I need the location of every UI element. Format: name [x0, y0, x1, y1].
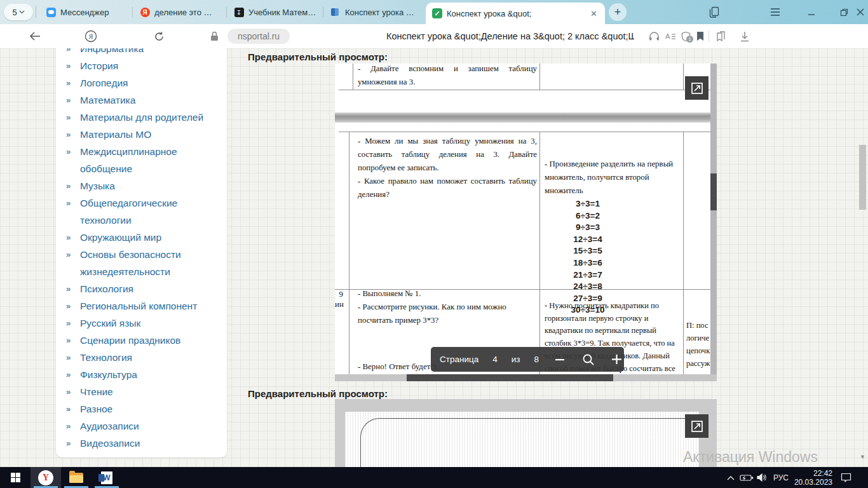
minimize-window-icon[interactable]	[801, 0, 822, 24]
subjects-sidebar: »Информатика »История »Логопедия »Матема…	[56, 48, 227, 458]
translate-icon[interactable]: А	[662, 24, 679, 48]
taskbar-yandex-browser[interactable]: Y	[31, 467, 61, 488]
page-content: »Информатика »История »Логопедия »Матема…	[0, 48, 868, 467]
protect-shield-icon[interactable]: 1	[677, 24, 694, 48]
doc-cell-tasks: - Выполняем № 1. - Рассмотрите рисунки. …	[358, 287, 539, 327]
bullet-icon: »	[66, 229, 71, 246]
sidebar-item[interactable]: »Сценарии праздников	[65, 332, 218, 349]
sidebar-item[interactable]: »История	[65, 57, 218, 74]
sidebar-item[interactable]: »Музыка	[65, 177, 218, 194]
tab-active-lesson-plan[interactable]: ✓ Конспект урока &quot; ✕	[426, 3, 605, 24]
doc-cell-time: 9 ин	[335, 289, 343, 309]
open-fullscreen-button[interactable]	[685, 76, 709, 100]
tab-yandex-search[interactable]: Я деление это — Яндекс: на	[133, 0, 226, 24]
close-tab-icon[interactable]: ✕	[589, 9, 599, 18]
zoom-in-icon[interactable]	[609, 352, 624, 367]
division-table: 3÷3=1 6÷3=2 9÷3=3 12÷3=4 15÷3=5 18÷3=6 2…	[550, 198, 626, 316]
sidebar-item[interactable]: »Окружающий мир	[65, 229, 218, 246]
total-pages: 8	[534, 355, 539, 364]
sidebar-item[interactable]: »Междисциплинарное обобщение	[65, 143, 218, 177]
new-tab-button[interactable]: +	[609, 3, 627, 21]
volume-icon[interactable]	[755, 467, 769, 488]
bullet-icon: »	[66, 280, 71, 297]
menu-icon[interactable]	[764, 0, 786, 24]
scrollbar-thumb[interactable]	[710, 173, 717, 210]
taskbar-file-explorer[interactable]	[61, 467, 92, 488]
sidebar-item[interactable]: »Информатика	[65, 48, 218, 57]
clock[interactable]: 22:42 20.03.2023	[793, 467, 832, 488]
sidebar-item[interactable]: »Чтение	[65, 383, 218, 400]
sidebar-item[interactable]: »Региональный компонент	[65, 297, 218, 315]
headphones-icon[interactable]	[646, 24, 662, 48]
sidebar-item[interactable]: »Русский язык	[65, 315, 218, 332]
sidebar-item[interactable]: »Материалы для родителей	[65, 109, 218, 126]
action-center-icon[interactable]	[837, 467, 854, 488]
divider	[36, 6, 36, 18]
page-control-bar: Страница 4 из 8	[431, 347, 624, 372]
doc-cell-uud: П: пос логиче цепочк рассуж	[686, 319, 710, 370]
download-icon[interactable]	[736, 24, 754, 48]
book-icon	[330, 7, 341, 17]
yandex-button-icon[interactable]: Я	[81, 24, 100, 48]
sidebar-item[interactable]: »Видеозаписи	[65, 435, 218, 452]
scroll-down-arrow-icon[interactable]: ▼	[859, 452, 866, 461]
sidebar-item[interactable]: »Разное	[65, 400, 218, 417]
sidebar-item[interactable]: »Технология	[65, 349, 218, 366]
doc-cell-rule: - Произведение разделить на первый множи…	[545, 158, 681, 198]
certificate-page	[345, 412, 699, 467]
sidebar-item[interactable]: »Материалы МО	[65, 126, 218, 143]
division-equation: 18÷3=6	[550, 257, 626, 269]
scrollbar-thumb[interactable]	[407, 374, 613, 381]
sidebar-item[interactable]: »Общепедагогические технологии	[65, 194, 218, 229]
tray-expand-icon[interactable]	[724, 467, 737, 488]
sidebar-item[interactable]: »Основы безопасности жизнедеятельности	[65, 246, 218, 280]
language-indicator[interactable]: РУС	[771, 467, 790, 488]
chevron-down-icon	[19, 10, 25, 14]
current-page[interactable]: 4	[492, 355, 498, 364]
bullet-icon: »	[66, 383, 71, 400]
lock-icon[interactable]	[207, 24, 221, 48]
divider	[708, 24, 709, 48]
restore-window-icon[interactable]	[833, 0, 855, 24]
tab-messenger[interactable]: Мессенджер	[39, 0, 132, 24]
word-icon: W	[101, 471, 112, 484]
magnifier-icon[interactable]	[581, 352, 596, 367]
taskbar-word[interactable]: W	[92, 467, 122, 488]
division-equation: 12÷3=4	[550, 234, 626, 246]
url-domain[interactable]: nsportal.ru	[227, 29, 290, 44]
start-button[interactable]	[0, 467, 31, 488]
collections-icon[interactable]	[712, 24, 729, 48]
preview-horizontal-scrollbar[interactable]	[335, 374, 717, 381]
battery-icon[interactable]	[738, 467, 755, 488]
page-scrollbar-thumb[interactable]	[859, 145, 866, 210]
document-preview-frame: - Давайте вспомним и запишем таблицу умн…	[335, 64, 717, 381]
preview-vertical-scrollbar[interactable]	[710, 64, 717, 374]
tab-lesson-plan[interactable]: Конспект урока по теме	[324, 0, 424, 24]
sidebar-item[interactable]: »Физкультура	[65, 366, 218, 383]
back-icon[interactable]	[25, 24, 44, 48]
page-break	[335, 112, 717, 123]
bookmarks-panel-icon[interactable]	[704, 0, 726, 24]
divider	[323, 7, 323, 17]
divider	[132, 7, 133, 17]
page-label: Страница	[440, 355, 478, 364]
zoom-out-icon[interactable]	[553, 352, 567, 367]
reload-icon[interactable]	[149, 24, 168, 48]
bullet-icon: »	[66, 109, 71, 126]
tab-label: Учебник Математика 2 кл	[248, 8, 316, 17]
sidebar-item[interactable]: »Аудиозаписи	[65, 417, 218, 435]
address-page-title[interactable]: Конспект урока &quot;Деление на 3&quot; …	[386, 24, 634, 48]
bullet-icon: »	[66, 74, 71, 92]
time: 22:42	[813, 469, 832, 478]
tab-textbook[interactable]: ↧ Учебник Математика 2 кл	[227, 0, 323, 24]
sidebar-item[interactable]: »Психология	[65, 280, 218, 297]
tab-counter-button[interactable]: 5	[4, 4, 33, 20]
close-window-icon[interactable]	[852, 0, 868, 24]
sidebar-item[interactable]: »Логопедия	[65, 74, 218, 92]
open-fullscreen-button[interactable]	[685, 414, 709, 438]
bookmark-flag-icon[interactable]	[693, 24, 708, 48]
taskbar: Y W РУС 22:42 20.03.2023	[0, 467, 868, 488]
sidebar-item[interactable]: »Математика	[65, 92, 218, 109]
doc-text: - Давайте вспомним и запишем таблицу умн…	[358, 64, 537, 89]
address-toolbar: Я nsportal.ru Конспект урока &quot;Делен…	[0, 24, 868, 48]
